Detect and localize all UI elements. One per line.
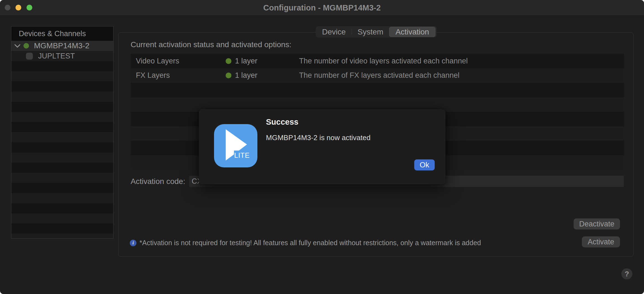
sidebar-empty-row [11,92,113,102]
sidebar-empty-row [11,213,113,224]
dialog-message: MGMBP14M3-2 is now activated [266,133,371,142]
sidebar-empty-row [11,153,113,163]
app-icon: LITE [214,124,257,167]
devices-channels-header: Devices & Channels [11,26,113,41]
status-dot [226,73,231,78]
configuration-window: Configuration - MGMBP14M3-2 Devices & Ch… [0,0,644,294]
tab-activation[interactable]: Activation [389,27,436,37]
activate-button[interactable]: Activate [582,236,620,247]
device-label: MGMBP14M3-2 [34,41,89,50]
info-icon: i [130,240,136,246]
success-dialog: LITE Success MGMBP14M3-2 is now activate… [199,109,445,184]
dialog-title: Success [266,117,299,127]
status-dot [226,58,231,64]
sidebar-empty-row [11,183,113,193]
option-value: 1 layer [235,71,257,80]
device-status-dot [23,43,29,49]
sidebar-empty-row [11,132,113,142]
activation-status-heading: Current activation status and activated … [131,40,291,49]
sidebar-empty-row [11,193,113,203]
sidebar-empty-row [11,173,113,183]
devices-channels-panel: Devices & Channels MGMBP14M3-2 JUPLTEST [11,26,114,239]
sidebar-item-channel[interactable]: JUPLTEST [11,51,113,61]
sidebar-empty-row [11,223,113,234]
tab-bar: Device System Activation [316,26,437,38]
activation-note-text: *Activation is not required for testing!… [139,239,481,247]
option-description: The number of FX layers activated each c… [299,71,624,80]
activation-code-label: Activation code: [131,176,185,187]
tab-device[interactable]: Device [316,27,352,37]
sidebar-empty-row [11,203,113,213]
ok-button[interactable]: Ok [414,159,435,170]
table-row-video-layers: Video Layers 1 layer The number of video… [131,54,624,68]
sidebar-empty-row [11,71,113,81]
deactivate-button[interactable]: Deactivate [574,218,620,229]
table-row-fx-layers: FX Layers 1 layer The number of FX layer… [131,68,624,83]
help-button[interactable]: ? [621,268,632,279]
option-name: FX Layers [136,71,226,80]
sidebar-empty-row [11,163,113,173]
sidebar-empty-row [11,81,113,92]
titlebar[interactable]: Configuration - MGMBP14M3-2 [0,0,644,16]
sidebar-empty-row [11,234,113,239]
tab-system[interactable]: System [352,27,389,37]
sidebar-item-device[interactable]: MGMBP14M3-2 [11,41,113,51]
window-title: Configuration - MGMBP14M3-2 [0,0,644,16]
channel-checkbox[interactable] [26,53,33,60]
option-value: 1 layer [235,57,257,65]
option-description: The number of video layers activated eac… [299,57,624,65]
app-icon-lite-text: LITE [234,151,250,159]
activation-note: i *Activation is not required for testin… [130,239,481,247]
chevron-down-icon[interactable] [14,44,21,48]
option-name: Video Layers [136,57,226,65]
table-empty-row [131,83,624,97]
sidebar-empty-row [11,122,113,132]
sidebar-empty-row [11,142,113,153]
channel-label: JUPLTEST [38,52,75,60]
sidebar-empty-row [11,102,113,112]
sidebar-empty-row [11,61,113,71]
sidebar-empty-row [11,112,113,122]
